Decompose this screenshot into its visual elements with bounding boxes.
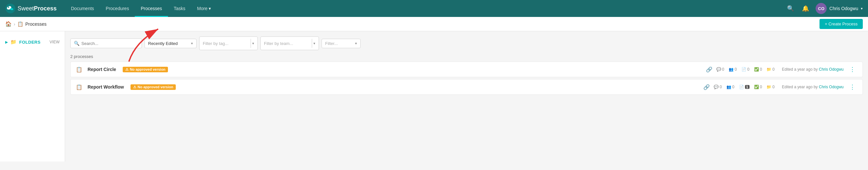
- followers-icon: 👥: [726, 85, 731, 89]
- docs-icon: 📄: [741, 67, 746, 72]
- nav-processes[interactable]: Processes: [135, 0, 167, 17]
- stat-followers: 👥 0: [729, 67, 737, 72]
- nav-more[interactable]: More ▾: [191, 0, 217, 17]
- user-menu-button[interactable]: CO Chris Odogwu ▾: [815, 3, 863, 14]
- logo[interactable]: SweetProcess: [5, 3, 57, 14]
- logo-icon: [5, 3, 16, 14]
- notifications-button[interactable]: 🔔: [801, 4, 810, 13]
- process-name[interactable]: Report Workflow: [88, 84, 124, 90]
- more-filter-label: Filter...: [325, 41, 338, 46]
- main-content: ▶ 📁 FOLDERS VIEW 🔍 Recently Edited ▾ Fil…: [0, 31, 868, 162]
- process-copy-icon: 📋: [76, 84, 82, 90]
- process-menu-button[interactable]: ⋮: [847, 83, 857, 91]
- sidebar-folders-label: FOLDERS: [19, 40, 47, 45]
- warning-icon: ⚠: [125, 67, 129, 72]
- sidebar-folders[interactable]: ▶ 📁 FOLDERS VIEW: [0, 36, 65, 48]
- filter-divider: [251, 39, 251, 48]
- no-approved-badge: ⚠ No approved version: [130, 84, 176, 90]
- procedures-icon: 📁: [767, 85, 771, 89]
- process-menu-button[interactable]: ⋮: [847, 65, 857, 74]
- team-chevron-icon: ▾: [313, 41, 315, 46]
- sort-dropdown[interactable]: Recently Edited ▾: [145, 39, 196, 48]
- top-navigation: SweetProcess Documents Procedures Proces…: [0, 0, 868, 17]
- process-name[interactable]: Report Circle: [88, 67, 116, 72]
- logo-text: SweetProcess: [18, 5, 57, 12]
- user-name: Chris Odogwu: [829, 6, 858, 11]
- search-box[interactable]: 🔍: [70, 38, 142, 48]
- tag-filter-dropdown[interactable]: Filter by tag... ▾: [199, 36, 258, 50]
- team-filter-divider: [312, 39, 312, 48]
- link-icon[interactable]: 🔗: [703, 84, 710, 90]
- comment-icon: 💬: [714, 85, 719, 89]
- tasks-icon: ✅: [754, 85, 759, 89]
- stat-procedures: 📁 0: [767, 85, 775, 89]
- sort-label: Recently Edited: [148, 41, 178, 46]
- editor-link[interactable]: Chris Odogwu: [819, 67, 844, 72]
- stat-followers: 👥 0: [726, 85, 735, 89]
- search-button[interactable]: 🔍: [786, 4, 796, 13]
- more-chevron-icon: ▾: [355, 41, 357, 46]
- link-icon[interactable]: 🔗: [706, 66, 712, 73]
- warning-icon: ⚠: [133, 85, 136, 89]
- followers-icon: 👥: [729, 67, 734, 72]
- process-area: 🔍 Recently Edited ▾ Filter by tag... ▾ F…: [65, 31, 868, 162]
- tag-filter-label: Filter by tag...: [203, 41, 228, 46]
- folder-icon: 📁: [10, 39, 17, 45]
- chevron-down-icon: ▾: [209, 6, 211, 11]
- nav-tasks[interactable]: Tasks: [168, 0, 191, 17]
- search-input[interactable]: [81, 41, 138, 46]
- sort-chevron-icon: ▾: [191, 41, 193, 46]
- comment-icon: 💬: [716, 67, 721, 72]
- no-approved-badge: ⚠ No approved version: [123, 67, 168, 72]
- procedures-icon: 📁: [767, 67, 771, 72]
- tasks-icon: ✅: [754, 67, 759, 72]
- svg-point-2: [8, 6, 9, 8]
- tag-chevron-icon: ▾: [252, 41, 254, 46]
- stat-docs: 📄 1: [739, 85, 749, 89]
- stat-comments: 💬 0: [716, 67, 724, 72]
- sidebar: ▶ 📁 FOLDERS VIEW: [0, 31, 65, 162]
- breadcrumb-bar: 🏠 › 📋 Processes + Create Process: [0, 17, 868, 31]
- stat-procedures: 📁 0: [767, 67, 775, 72]
- stat-comments: 💬 0: [714, 85, 722, 89]
- team-filter-label: Filter by team...: [264, 41, 293, 46]
- sidebar-chevron-icon: ▶: [5, 40, 8, 44]
- create-process-button[interactable]: + Create Process: [819, 19, 863, 29]
- breadcrumb: 🏠 › 📋 Processes: [5, 21, 46, 27]
- nav-links: Documents Procedures Processes Tasks Mor…: [65, 0, 786, 17]
- processes-icon: 📋: [17, 21, 24, 27]
- nav-right-actions: 🔍 🔔 CO Chris Odogwu ▾: [786, 3, 863, 14]
- breadcrumb-separator: ›: [14, 22, 15, 27]
- stat-tasks: ✅ 0: [754, 85, 762, 89]
- process-edit-info: Edited a year ago by Chris Odogwu: [778, 85, 844, 89]
- stat-docs: 📄 0: [741, 67, 749, 72]
- sidebar-view-label[interactable]: VIEW: [50, 40, 60, 44]
- process-stats: 💬 0 👥 0 📄 1 ✅ 0: [714, 85, 775, 89]
- editor-link[interactable]: Chris Odogwu: [819, 85, 844, 89]
- docs-icon: 📄: [739, 85, 744, 89]
- nav-documents[interactable]: Documents: [65, 0, 100, 17]
- team-filter-dropdown[interactable]: Filter by team... ▾: [260, 36, 319, 50]
- table-row: 📋 Report Circle ⚠ No approved version 🔗 …: [70, 61, 863, 77]
- home-icon[interactable]: 🏠: [5, 21, 12, 27]
- search-icon: 🔍: [74, 41, 80, 46]
- process-copy-icon: 📋: [76, 66, 82, 73]
- table-row: 📋 Report Workflow ⚠ No approved version …: [70, 79, 863, 95]
- process-stats: 💬 0 👥 0 📄 0 ✅ 0: [716, 67, 775, 72]
- process-list: 📋 Report Circle ⚠ No approved version 🔗 …: [70, 61, 863, 95]
- breadcrumb-current: Processes: [25, 22, 46, 27]
- process-count: 2 processes: [70, 54, 863, 59]
- stat-tasks: ✅ 0: [754, 67, 762, 72]
- filter-bar: 🔍 Recently Edited ▾ Filter by tag... ▾ F…: [70, 36, 863, 50]
- user-chevron-icon: ▾: [861, 6, 863, 11]
- more-filter-dropdown[interactable]: Filter... ▾: [321, 39, 361, 48]
- process-edit-info: Edited a year ago by Chris Odogwu: [778, 67, 844, 72]
- nav-procedures[interactable]: Procedures: [100, 0, 135, 17]
- avatar: CO: [815, 3, 827, 14]
